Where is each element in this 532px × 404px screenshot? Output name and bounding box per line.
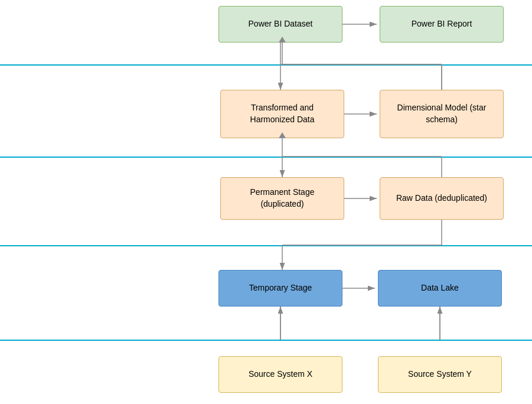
raw-data-box: Raw Data (deduplicated) xyxy=(380,177,504,220)
data-lake-box: Data Lake xyxy=(378,270,502,307)
power-bi-dataset-box: Power BI Dataset xyxy=(218,6,342,43)
temporary-stage-box: Temporary Stage xyxy=(218,270,342,307)
transformed-data-box: Transformed and Harmonized Data xyxy=(220,90,344,138)
power-bi-report-box: Power BI Report xyxy=(380,6,504,43)
source-system-x-box: Source System X xyxy=(218,356,342,393)
permanent-stage-box: Permanent Stage (duplicated) xyxy=(220,177,344,220)
divider-3 xyxy=(0,245,532,246)
source-system-y-box: Source System Y xyxy=(378,356,502,393)
divider-2 xyxy=(0,157,532,158)
divider-4 xyxy=(0,340,532,341)
divider-1 xyxy=(0,64,532,66)
diagram-container: Power BI Dataset Power BI Report Transfo… xyxy=(0,0,532,404)
dimensional-model-box: Dimensional Model (star schema) xyxy=(380,90,504,138)
